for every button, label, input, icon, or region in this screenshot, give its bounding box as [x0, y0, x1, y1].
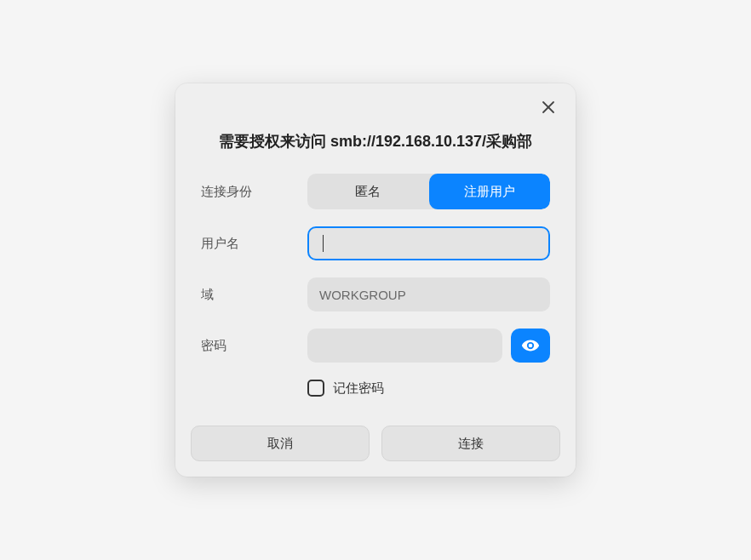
identity-segmented: 匿名 注册用户 — [307, 174, 550, 209]
remember-label: 记住密码 — [333, 380, 384, 397]
titlebar — [175, 83, 576, 116]
password-input[interactable] — [307, 329, 502, 363]
auth-form: 连接身份 匿名 注册用户 用户名 域 WORKGROUP — [175, 174, 576, 417]
remember-row: 记住密码 — [307, 380, 550, 397]
password-label: 密码 — [201, 338, 307, 354]
dialog-title: 需要授权来访问 smb://192.168.10.137/采购部 — [175, 116, 576, 174]
domain-input[interactable]: WORKGROUP — [307, 277, 550, 311]
close-button[interactable] — [540, 99, 557, 116]
username-label: 用户名 — [201, 236, 307, 252]
cancel-button[interactable]: 取消 — [191, 426, 370, 461]
toggle-password-visibility-button[interactable] — [511, 329, 550, 363]
username-row: 用户名 — [201, 226, 550, 260]
auth-dialog: 需要授权来访问 smb://192.168.10.137/采购部 连接身份 匿名… — [175, 83, 576, 477]
connect-button[interactable]: 连接 — [381, 426, 560, 461]
close-icon — [542, 100, 555, 114]
text-caret — [323, 235, 324, 252]
domain-row: 域 WORKGROUP — [201, 277, 550, 311]
domain-label: 域 — [201, 287, 307, 303]
password-row: 密码 — [201, 329, 550, 363]
identity-row: 连接身份 匿名 注册用户 — [201, 174, 550, 209]
identity-label: 连接身份 — [201, 184, 307, 200]
identity-registered-option[interactable]: 注册用户 — [429, 174, 551, 209]
dialog-button-row: 取消 连接 — [175, 417, 576, 477]
remember-checkbox[interactable] — [307, 380, 324, 397]
username-input[interactable] — [307, 226, 550, 260]
identity-anonymous-option[interactable]: 匿名 — [307, 174, 429, 209]
eye-icon — [521, 336, 540, 355]
